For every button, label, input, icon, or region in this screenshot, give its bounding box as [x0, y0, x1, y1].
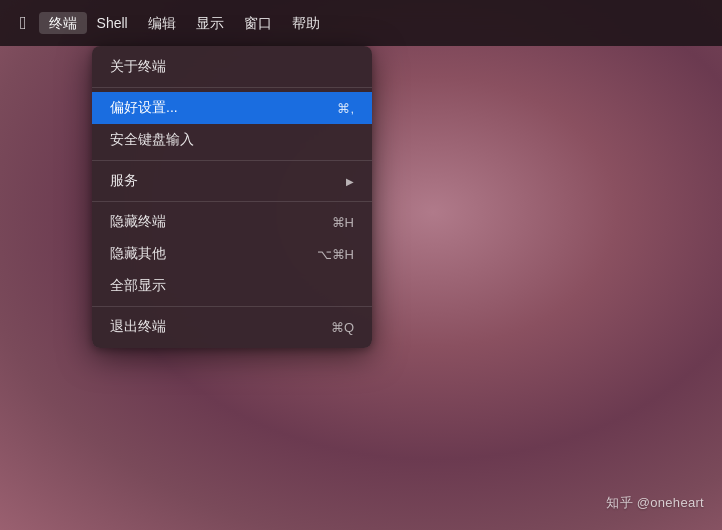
menu-divider-4: [92, 306, 372, 307]
menubar-item-terminal[interactable]: 终端: [39, 12, 87, 34]
menu-item-prefs-label: 偏好设置...: [110, 99, 337, 117]
menu-divider-1: [92, 87, 372, 88]
menubar-item-shell[interactable]: Shell: [87, 12, 138, 34]
menu-item-services[interactable]: 服务 ▶: [92, 165, 372, 197]
menu-item-show-all-label: 全部显示: [110, 277, 354, 295]
menu-item-services-label: 服务: [110, 172, 346, 190]
menu-item-quit[interactable]: 退出终端 ⌘Q: [92, 311, 372, 343]
menu-item-about-label: 关于终端: [110, 58, 354, 76]
menubar-item-edit[interactable]: 编辑: [138, 12, 186, 34]
menu-item-secure-kbd-label: 安全键盘输入: [110, 131, 354, 149]
menu-item-show-all[interactable]: 全部显示: [92, 270, 372, 302]
terminal-dropdown-menu: 关于终端 偏好设置... ⌘, 安全键盘输入 服务 ▶ 隐藏终端 ⌘H 隐藏其他…: [92, 46, 372, 348]
menu-divider-2: [92, 160, 372, 161]
menubar-item-apple[interactable]: : [8, 14, 39, 32]
menu-item-secure-kbd[interactable]: 安全键盘输入: [92, 124, 372, 156]
menu-item-quit-shortcut: ⌘Q: [331, 320, 354, 335]
menu-item-hide-others-shortcut: ⌥⌘H: [317, 247, 354, 262]
menu-item-hide-others-label: 隐藏其他: [110, 245, 317, 263]
menu-item-prefs[interactable]: 偏好设置... ⌘,: [92, 92, 372, 124]
menubar-item-view[interactable]: 显示: [186, 12, 234, 34]
menu-item-prefs-shortcut: ⌘,: [337, 101, 354, 116]
menu-item-hide-terminal-shortcut: ⌘H: [332, 215, 354, 230]
menu-item-hide-others[interactable]: 隐藏其他 ⌥⌘H: [92, 238, 372, 270]
menubar-item-help[interactable]: 帮助: [282, 12, 330, 34]
menu-item-quit-label: 退出终端: [110, 318, 331, 336]
menu-item-about[interactable]: 关于终端: [92, 51, 372, 83]
menu-divider-3: [92, 201, 372, 202]
menu-item-hide-terminal[interactable]: 隐藏终端 ⌘H: [92, 206, 372, 238]
submenu-arrow-icon: ▶: [346, 176, 354, 187]
menu-item-hide-terminal-label: 隐藏终端: [110, 213, 332, 231]
menubar:  终端 Shell 编辑 显示 窗口 帮助: [0, 0, 722, 46]
menubar-item-window[interactable]: 窗口: [234, 12, 282, 34]
